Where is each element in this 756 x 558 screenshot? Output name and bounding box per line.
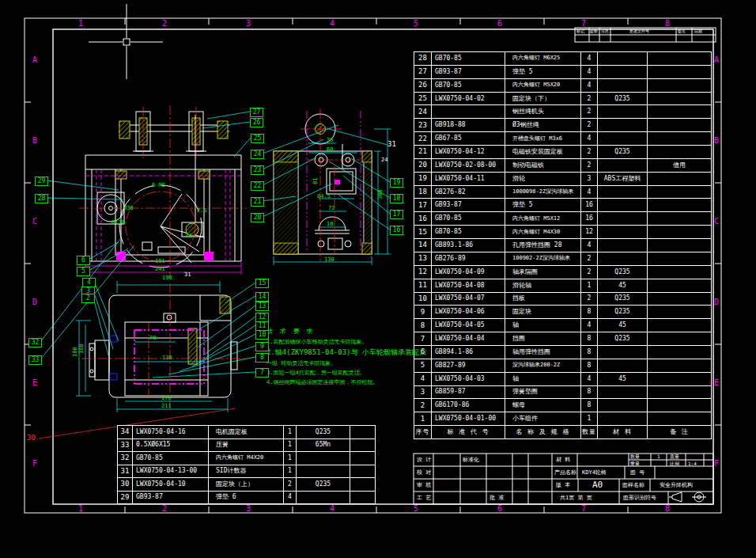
dimension-view2: 300	[378, 189, 384, 199]
side-view[interactable]	[274, 114, 372, 254]
bom-cell	[648, 52, 711, 65]
bom-cell: LWX0750-04-09	[432, 266, 505, 279]
symbol-label: 图形识别符号	[623, 495, 656, 501]
bom-cell: 4	[284, 492, 296, 504]
design-label: 设 计	[417, 457, 431, 463]
weight-label: 重量	[630, 461, 640, 466]
bom-cell: 32	[118, 452, 132, 465]
bom-cell	[648, 79, 711, 92]
bom-cell	[598, 79, 647, 92]
balloon-16[interactable]: 16	[390, 226, 403, 235]
bom-cell: 制动电磁铁	[505, 159, 580, 172]
balloon-31[interactable]: 31	[387, 141, 396, 149]
balloon-32[interactable]: 32	[28, 338, 42, 347]
drawing-name-value: 安全升降机构	[660, 483, 693, 488]
standard-label: 标准化	[463, 457, 479, 463]
bom-cell	[598, 52, 647, 65]
pages-label: 共1页 第 页	[560, 495, 592, 501]
bom-cell	[350, 465, 375, 478]
zone-col-top-1: 1	[78, 20, 83, 28]
bom-header-cell: 材 料	[598, 426, 647, 438]
revision-header: 签名	[678, 29, 686, 33]
zone-row-right-E: E	[714, 379, 719, 387]
zone-col-top-5: 5	[414, 20, 418, 28]
bom-cell: 内六角螺钉 M4X20	[209, 452, 283, 465]
balloon-14[interactable]: 14	[255, 292, 269, 302]
bom-cell: 1	[284, 426, 296, 438]
front-view[interactable]	[85, 112, 241, 268]
balloon-5[interactable]: 5	[77, 267, 90, 276]
bom-cell	[598, 66, 647, 78]
bom-cell: 45	[598, 319, 647, 332]
bom-cell: 8	[581, 386, 597, 399]
cad-canvas[interactable]: 技 术 要 求 1.装配后确保小车移动灵活无卡阻现象。2.轴4(ZKY9851-…	[0, 0, 756, 558]
bom-cell: 内六角螺钉 M5X12	[505, 212, 580, 225]
balloon-22[interactable]: 22	[251, 181, 264, 191]
bom-cell	[598, 226, 647, 238]
balloon-15[interactable]: 15	[255, 279, 269, 288]
balloon-25[interactable]: 25	[251, 134, 264, 143]
dimension-view3: 170	[161, 396, 172, 401]
bom-cell: GB6170-86	[432, 399, 505, 412]
bom-cell: 16	[581, 199, 597, 211]
bom-cell: 螺母	[505, 399, 580, 412]
bom-cell	[648, 93, 711, 105]
bom-cell: 借用	[648, 159, 711, 172]
bom-cell	[598, 359, 647, 372]
balloon-24[interactable]: 24	[251, 150, 264, 159]
bom-cell: Q235	[598, 266, 647, 279]
balloon-10[interactable]: 10	[255, 330, 269, 340]
balloon-27[interactable]: 27	[250, 108, 263, 117]
bom-cell: 33	[118, 439, 132, 452]
balloon-13[interactable]: 13	[255, 302, 269, 311]
bom-cell: LWX0750-04-10	[133, 478, 208, 491]
balloon-9[interactable]: 9	[255, 342, 269, 351]
balloon-18[interactable]: 18	[390, 194, 403, 203]
zone-col-bottom-2: 2	[162, 505, 167, 513]
bom-cell: LWX0750-04-08	[432, 279, 505, 292]
bom-cell: 4	[581, 239, 597, 252]
qty-label: 数量	[630, 454, 640, 459]
bom-cell	[648, 212, 711, 225]
crosshair-cursor	[89, 4, 163, 79]
bom-cell: GB276-82	[432, 186, 505, 199]
bom-cell: GB827-89	[432, 359, 505, 372]
bom-cell: LWX0750-04-11	[432, 173, 505, 185]
balloon-23[interactable]: 23	[251, 165, 264, 175]
balloon-7[interactable]: 7	[255, 368, 269, 378]
bom-cell: 45	[598, 373, 647, 385]
bom-cell: 45	[598, 279, 647, 292]
bom-cell	[648, 173, 711, 185]
bom-cell: 1	[284, 439, 296, 452]
bom-cell: 13	[414, 252, 431, 265]
zone-col-bottom-7: 7	[581, 505, 586, 513]
bom-cell	[648, 293, 711, 306]
balloon-29[interactable]: 29	[35, 177, 48, 186]
bom-cell	[598, 412, 647, 425]
balloon-19[interactable]: 19	[390, 178, 403, 188]
balloon-20[interactable]: 20	[251, 213, 264, 222]
bom-cell	[432, 105, 505, 118]
revision-header: 日期	[694, 29, 702, 33]
bom-cell: 8	[581, 399, 597, 412]
dimension-view2: 10	[327, 222, 333, 227]
balloon-2[interactable]: 2	[81, 294, 95, 303]
balloon-8[interactable]: 8	[255, 353, 269, 363]
balloon-30[interactable]: 30	[27, 435, 36, 442]
balloon-17[interactable]: 17	[390, 210, 403, 219]
balloon-21[interactable]: 21	[251, 197, 264, 207]
bom-cell	[598, 132, 647, 145]
side-view-magenta-block	[335, 180, 340, 184]
balloon-6[interactable]: 6	[77, 256, 90, 265]
bom-cell: 16	[581, 212, 597, 225]
bom-cell: 小车组件	[505, 412, 580, 425]
balloon-28[interactable]: 28	[35, 194, 48, 203]
material-label: 材 料	[556, 457, 570, 463]
balloon-33[interactable]: 33	[28, 355, 42, 365]
bom-cell	[648, 239, 711, 252]
bom-cell	[648, 412, 711, 425]
process-label: 工 艺	[417, 495, 431, 501]
balloon-26[interactable]: 26	[250, 118, 263, 127]
note-line: 3.滑轮一组4只装配，另一组装配灵活。	[266, 369, 437, 377]
bom-cell: GB93-87	[133, 492, 208, 504]
